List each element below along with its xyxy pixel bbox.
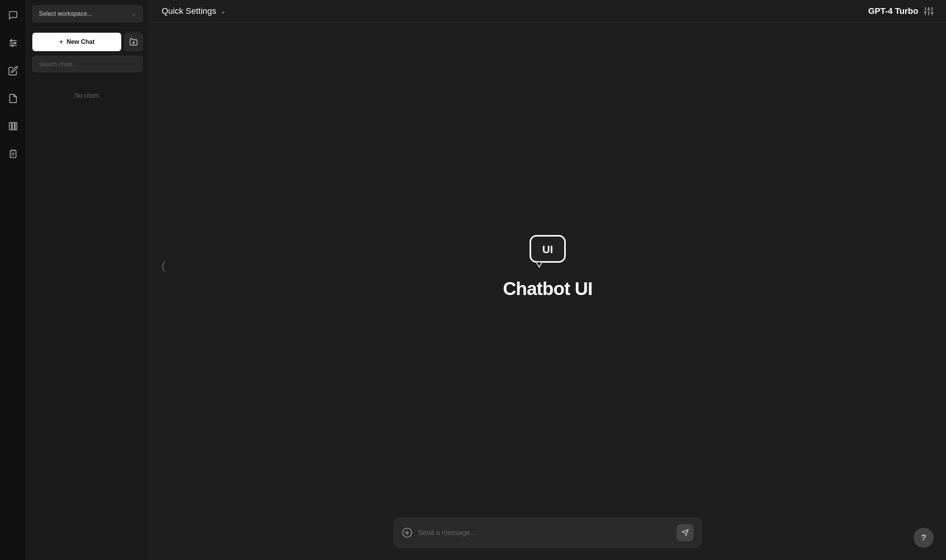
sidebar-icon-settings[interactable]	[5, 35, 21, 51]
sidebar-icon-clipboard[interactable]	[5, 146, 21, 162]
model-selector[interactable]: GPT-4 Turbo	[868, 6, 934, 16]
workspace-label: Select workspace...	[39, 10, 92, 17]
workspace-dropdown[interactable]: Select workspace... ⌄	[32, 5, 143, 22]
no-chats-message: No chats.	[26, 77, 149, 560]
top-header: Quick Settings ⌄ GPT-4 Turbo	[149, 0, 946, 23]
plus-circle-icon	[402, 527, 413, 538]
plus-icon: +	[59, 38, 64, 46]
sidebar-icon-library[interactable]	[5, 118, 21, 134]
folder-plus-icon	[129, 38, 138, 46]
add-attachment-button[interactable]	[402, 527, 413, 538]
svg-rect-9	[10, 150, 16, 157]
svg-rect-6	[9, 122, 11, 130]
chat-actions: + New Chat	[26, 28, 149, 56]
workspace-selector: Select workspace... ⌄	[26, 0, 149, 28]
new-folder-button[interactable]	[124, 33, 143, 51]
svg-rect-8	[15, 122, 17, 130]
icon-sidebar	[0, 0, 26, 560]
center-area: ( UI Chatbot UI	[149, 23, 946, 508]
quick-settings-chevron-icon: ⌄	[220, 7, 226, 15]
svg-point-5	[11, 45, 13, 46]
brand-name: Chatbot UI	[503, 278, 593, 299]
model-name: GPT-4 Turbo	[868, 6, 918, 16]
chatbot-logo: UI Chatbot UI	[503, 232, 593, 299]
sliders-icon	[924, 6, 934, 16]
sidebar-icon-edit[interactable]	[5, 63, 21, 78]
collapse-sidebar-button[interactable]: (	[159, 257, 168, 275]
svg-marker-26	[536, 262, 542, 267]
svg-point-3	[10, 40, 12, 41]
svg-text:UI: UI	[542, 243, 553, 255]
sidebar-icon-document[interactable]	[5, 91, 21, 106]
model-settings-button[interactable]	[924, 6, 934, 16]
main-content: Quick Settings ⌄ GPT-4 Turbo (	[149, 0, 946, 560]
quick-settings-label: Quick Settings	[162, 6, 216, 16]
new-chat-label: New Chat	[67, 38, 95, 45]
message-input[interactable]	[418, 529, 671, 537]
search-bar	[32, 56, 143, 72]
send-button[interactable]	[677, 524, 694, 541]
search-input[interactable]	[32, 56, 143, 72]
svg-point-4	[14, 42, 15, 44]
new-chat-button[interactable]: + New Chat	[32, 33, 121, 51]
chatbot-ui-logo-icon: UI	[528, 232, 567, 270]
workspace-chevron-icon: ⌄	[132, 11, 136, 17]
send-icon	[681, 529, 689, 537]
message-input-container	[394, 518, 702, 548]
sidebar-icon-chat[interactable]	[5, 8, 21, 23]
help-label: ?	[921, 533, 926, 543]
quick-settings-button[interactable]: Quick Settings ⌄	[162, 6, 226, 16]
chat-panel: Select workspace... ⌄ + New Chat No chat…	[26, 0, 149, 560]
collapse-icon: (	[162, 260, 165, 272]
help-button[interactable]: ?	[914, 528, 934, 548]
input-area	[149, 508, 946, 560]
svg-rect-7	[12, 122, 14, 130]
